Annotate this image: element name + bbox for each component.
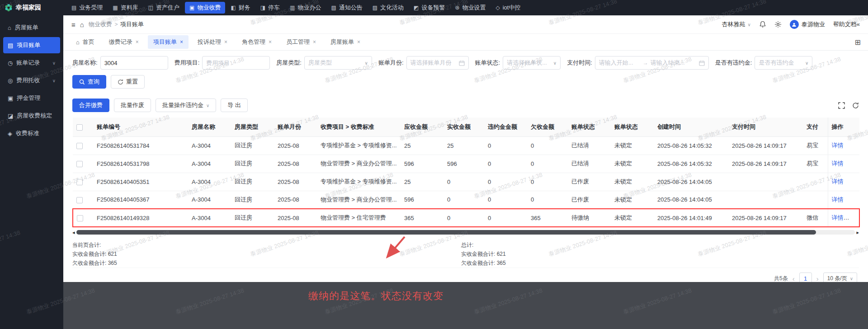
tab-5[interactable]: 员工管理× <box>281 35 321 49</box>
sidebar-item-label: 房屋账单 <box>15 24 38 32</box>
collapse-menu-icon[interactable]: ≡ <box>71 21 75 28</box>
scroll-right-icon[interactable]: ▸ <box>856 230 859 235</box>
filter-bill-status: 账单状态: 请选择账单状... ∨ <box>475 56 561 70</box>
batch-penalty-dropdown[interactable]: 批量操作违约金 ∨ <box>156 99 216 112</box>
sidebar-item-3[interactable]: ◎费用托收∨ <box>3 72 60 89</box>
topnav-item-10[interactable]: ⊛物业设置 <box>450 2 490 14</box>
bill-month-picker[interactable]: 请选择账单月份 <box>406 56 469 70</box>
row-checkbox[interactable] <box>76 161 83 167</box>
next-page-button[interactable]: › <box>816 275 819 282</box>
topnav-item-1[interactable]: ▦资料库 <box>108 2 142 14</box>
topnav-item-6[interactable]: ▥物业办公 <box>285 2 326 14</box>
cell-received: 0 <box>443 191 484 209</box>
project-selector[interactable]: 杏林雅苑 ∨ <box>722 20 750 28</box>
row-checkbox[interactable] <box>76 179 83 185</box>
topnav-item-7[interactable]: ▧通知公告 <box>326 2 367 14</box>
cell-bill-status: 已作废 <box>568 191 611 209</box>
pay-time-range-picker[interactable]: 请输入开始... → 请输入结束... <box>595 56 709 70</box>
asset-icon: ◫ <box>148 5 153 11</box>
page-size-select[interactable]: 10 条/页 ∨ <box>823 273 857 282</box>
close-icon[interactable]: × <box>180 39 183 45</box>
tab-1[interactable]: 缴费记录× <box>104 35 144 49</box>
tab-4[interactable]: 角色管理× <box>236 35 277 49</box>
sidebar-item-4[interactable]: ▣押金管理 <box>3 90 60 106</box>
select-all-checkbox[interactable] <box>76 124 83 131</box>
tab-label: 项目账单 <box>153 38 177 46</box>
tab-2[interactable]: 项目账单× <box>148 35 189 49</box>
cell-bill-month: 2025-08 <box>274 209 317 227</box>
help-docs-link[interactable]: 帮助文档« <box>833 20 860 28</box>
scrollbar-track[interactable] <box>76 230 855 235</box>
home-icon[interactable]: ⌂ <box>80 21 84 28</box>
penalty-select[interactable]: 是否有违约金 ∨ <box>755 56 812 70</box>
batch-void-button[interactable]: 批量作废 <box>114 99 151 112</box>
bill-status-select[interactable]: 请选择账单状... ∨ <box>503 56 561 70</box>
topnav-item-11[interactable]: ◇iot中控 <box>491 2 525 14</box>
detail-link[interactable]: 详情 <box>832 142 844 149</box>
total-unpaid: 欠收金额合计: 365 <box>461 259 506 268</box>
refresh-icon[interactable] <box>852 102 859 109</box>
finance-icon: ◧ <box>231 5 236 11</box>
notification-bell-icon[interactable] <box>759 21 766 28</box>
page-number-button[interactable]: 1 <box>799 273 812 282</box>
table-row: F250826140149328A-3004回迁房2025-08物业管理费 > … <box>73 209 859 227</box>
layout-grid-icon[interactable]: ⊞ <box>855 38 861 47</box>
close-icon[interactable]: × <box>224 39 227 45</box>
close-icon[interactable]: × <box>357 39 360 45</box>
cell-bill-no: F250826140531784 <box>93 136 188 155</box>
scroll-left-icon[interactable]: ◂ <box>72 230 75 235</box>
reset-button[interactable]: 重置 <box>111 75 145 89</box>
cell-receivable: 596 <box>401 155 443 173</box>
sidebar-item-6[interactable]: ◈收费标准 <box>3 125 60 141</box>
house-name-input[interactable] <box>100 56 168 70</box>
topnav-item-2[interactable]: ◫资产住户 <box>144 2 184 14</box>
fee-item-input[interactable] <box>202 56 270 70</box>
sidebar-item-5[interactable]: ◪房屋收费核定 <box>3 108 60 124</box>
detail-link[interactable]: 详情 <box>832 160 844 167</box>
detail-link[interactable]: 详情 <box>832 196 844 203</box>
topnav-item-label: 物业设置 <box>462 4 486 12</box>
select-all-header <box>73 118 93 136</box>
merge-pay-button[interactable]: 合并缴费 <box>72 99 109 112</box>
settings-gear-icon[interactable] <box>774 21 782 28</box>
fullscreen-icon[interactable] <box>838 102 845 109</box>
close-icon[interactable]: × <box>269 39 272 45</box>
scrollbar-thumb[interactable] <box>76 230 816 235</box>
help-docs-label: 帮助文档 <box>833 21 857 28</box>
row-checkbox[interactable] <box>77 215 83 221</box>
tab-6[interactable]: 房屋账单× <box>325 35 366 49</box>
topnav-item-label: 文化活动 <box>380 4 404 12</box>
topnav-item-5[interactable]: ◨停车 <box>256 2 284 14</box>
close-icon[interactable]: × <box>136 39 139 45</box>
brand-logo: 幸福家园 <box>0 4 63 12</box>
row-checkbox[interactable] <box>76 143 83 149</box>
tab-0[interactable]: ⌂首页 <box>71 35 100 49</box>
avatar <box>790 20 799 29</box>
cell-house-name: A-3004 <box>188 191 231 209</box>
topnav-item-0[interactable]: ▤业务受理 <box>67 2 107 14</box>
topnav-item-4[interactable]: ◧财务 <box>226 2 255 14</box>
prev-page-button[interactable]: ‹ <box>793 275 795 282</box>
cell-bill-no: F250826140405351 <box>93 173 188 191</box>
table-header-row: 账单编号房屋名称房屋类型账单月份收费项目 > 收费标准应收金额实收金额违约金金额… <box>73 118 859 136</box>
house-type-select[interactable]: 房屋类型 ∨ <box>304 56 372 70</box>
search-button[interactable]: 查询 <box>72 75 106 89</box>
topnav-item-3[interactable]: ▣物业收费 <box>185 2 225 14</box>
topnav-item-8[interactable]: ▨文化活动 <box>368 2 408 14</box>
export-button[interactable]: 导 出 <box>221 99 248 112</box>
sidebar-item-1[interactable]: ▤项目账单 <box>3 37 60 53</box>
iot-icon: ◇ <box>496 5 500 11</box>
close-icon[interactable]: × <box>313 39 316 45</box>
topnav-item-9[interactable]: ◩设备预警 <box>409 2 449 14</box>
cell-created-at: 2025-08-26 14:01:49 <box>654 209 728 227</box>
detail-link[interactable]: 详情 <box>832 214 844 221</box>
content-panel: 房屋名称: 费用项目: 房屋类型: 房屋类型 ∨ 账单月份: 请选择账单月份 <box>63 51 868 282</box>
sidebar-item-0[interactable]: ⌂房屋账单 <box>3 19 60 36</box>
pagination: 共5条 ‹ 1 › 10 条/页 ∨ <box>72 268 859 282</box>
detail-link[interactable]: 详情 <box>832 178 844 185</box>
cell-pay-method <box>803 191 828 209</box>
row-checkbox[interactable] <box>76 197 83 203</box>
user-menu[interactable]: 泰源物业 <box>790 20 825 29</box>
sidebar-item-2[interactable]: ◷账单记录∨ <box>3 55 60 71</box>
tab-3[interactable]: 投诉处理× <box>192 35 233 49</box>
